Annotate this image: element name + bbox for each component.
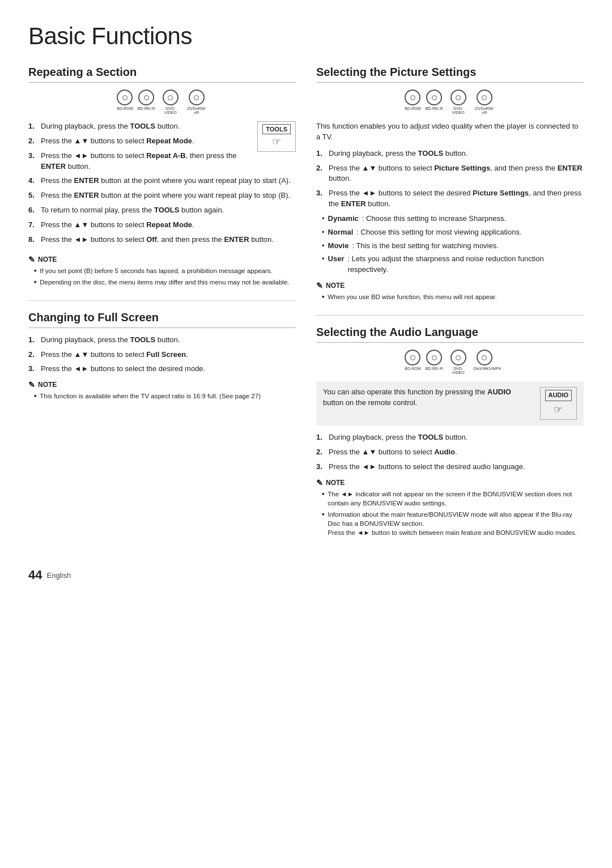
note-icon-1: ✎ <box>28 255 35 264</box>
audio-note-list: The ◄► indicator will not appear on the … <box>316 490 584 537</box>
audio-note: ✎ NOTE The ◄► indicator will not appear … <box>316 478 584 537</box>
picture-note: ✎ NOTE When you use BD wise function, th… <box>316 281 584 301</box>
note-item: This function is available when the TV a… <box>34 392 296 401</box>
disc-dvd-video-2: DVD-VIDEO <box>448 90 469 114</box>
audio-info-box: You can also operate this function by pr… <box>316 381 584 426</box>
picture-settings-section: Selecting the Picture Settings BD-ROM BD… <box>316 66 584 301</box>
fs-step-2: 2.Press the ▲▼ buttons to select Full Sc… <box>28 350 296 360</box>
disc-bd-rom-2: BD-ROM <box>405 90 420 114</box>
fullscreen-note-list: This function is available when the TV a… <box>28 392 296 401</box>
main-content: Repeating a Section BD-ROM BD-RE/-R DVD-… <box>28 66 584 551</box>
fullscreen-section: Changing to Full Screen 1.During playbac… <box>28 311 296 401</box>
repeating-section: Repeating a Section BD-ROM BD-RE/-R DVD-… <box>28 66 296 287</box>
fullscreen-title: Changing to Full Screen <box>28 311 296 328</box>
step-2: 2.Press the ▲▼ buttons to select Repeat … <box>28 136 252 147</box>
disc-icons-picture: BD-ROM BD-RE/-R DVD-VIDEO DVD±RW/±R <box>316 90 584 114</box>
fullscreen-steps: 1.During playback, press the TOOLS butto… <box>28 335 296 375</box>
disc-dvd-video-3: DVD-VIDEO <box>448 350 469 375</box>
repeat-note: ✎ NOTE If you set point (B) before 5 sec… <box>28 255 296 287</box>
step-4: 4.Press the ENTER button at the point wh… <box>28 176 296 186</box>
tools-button-image: TOOLS ☞ <box>257 121 296 152</box>
repeating-title: Repeating a Section <box>28 66 296 83</box>
note-item: When you use BD wise function, this menu… <box>322 292 584 301</box>
note-label-2: NOTE <box>38 381 57 389</box>
note-item: Depending on the disc, the menu items ma… <box>34 278 296 287</box>
repeat-steps: 1.During playback, press the TOOLS butto… <box>28 121 296 245</box>
page-number: 44 <box>28 568 42 582</box>
left-column: Repeating a Section BD-ROM BD-RE/-R DVD-… <box>28 66 296 551</box>
ps-step-1: 1.During playback, press the TOOLS butto… <box>316 148 584 159</box>
audio-language-section: Selecting the Audio Language BD-ROM BD-R… <box>316 326 584 537</box>
picture-settings-title: Selecting the Picture Settings <box>316 66 584 83</box>
fs-step-3: 3.Press the ◄► buttons to select the des… <box>28 364 296 375</box>
note-icon-3: ✎ <box>316 281 323 290</box>
bullet-dynamic: Dynamic : Choose this setting to increas… <box>322 214 584 224</box>
audio-language-title: Selecting the Audio Language <box>316 326 584 343</box>
fullscreen-note: ✎ NOTE This function is available when t… <box>28 380 296 401</box>
step-1: 1.During playback, press the TOOLS butto… <box>28 121 252 132</box>
right-column: Selecting the Picture Settings BD-ROM BD… <box>316 66 584 551</box>
al-step-3: 3.Press the ◄► buttons to select the des… <box>316 462 584 473</box>
disc-icons-repeat: BD-ROM BD-RE/-R DVD-VIDEO DVD±RW/±R <box>28 90 296 114</box>
audio-box-text: You can also operate this function by pr… <box>323 387 533 409</box>
note-label-3: NOTE <box>326 282 345 290</box>
disc-bd-rom-3: BD-ROM <box>405 350 420 375</box>
audio-button-image: AUDIO ☞ <box>540 387 577 420</box>
note-icon-2: ✎ <box>28 380 35 389</box>
step-3: 3.Press the ◄► buttons to select Repeat … <box>28 151 252 172</box>
disc-dvd-rw-2: DVD±RW/±R <box>474 90 495 114</box>
al-step-2: 2.Press the ▲▼ buttons to select Audio. <box>316 447 584 458</box>
fs-step-1: 1.During playback, press the TOOLS butto… <box>28 335 296 346</box>
picture-note-list: When you use BD wise function, this menu… <box>316 292 584 301</box>
step-5: 5.Press the ENTER button at the point wh… <box>28 190 296 201</box>
bullet-normal: Normal : Choose this setting for most vi… <box>322 227 584 238</box>
disc-icons-audio: BD-ROM BD-RE/-R DVD-VIDEO DivX/MKV/MP4 <box>316 350 584 375</box>
divider-2 <box>316 315 584 316</box>
disc-bd-re-r-2: BD-RE/-R <box>426 90 443 114</box>
step-7: 7.Press the ▲▼ buttons to select Repeat … <box>28 220 296 231</box>
disc-bd-rom-1: BD-ROM <box>117 90 133 114</box>
disc-bd-re-r-3: BD-RE/-R <box>426 350 443 375</box>
ps-step-3: 3.Press the ◄► buttons to select the des… <box>316 188 584 210</box>
page-footer: 44 English <box>28 568 584 582</box>
note-item: The ◄► indicator will not appear on the … <box>322 490 584 508</box>
disc-divx-3: DivX/MKV/MP4 <box>474 350 495 375</box>
audio-steps: 1.During playback, press the TOOLS butto… <box>316 432 584 473</box>
bullet-movie: Movie : This is the best setting for wat… <box>322 241 584 252</box>
page-title: Basic Functions <box>28 23 584 50</box>
disc-dvd-rw-1: DVD±RW/±R <box>186 90 207 114</box>
divider-1 <box>28 300 296 301</box>
note-item: Information about the main feature/BONUS… <box>322 510 584 537</box>
page-language: English <box>46 571 71 580</box>
picture-steps: 1.During playback, press the TOOLS butto… <box>316 148 584 210</box>
repeat-note-list: If you set point (B) before 5 seconds ha… <box>28 266 296 287</box>
disc-bd-re-r-1: BD-RE/-R <box>138 90 155 114</box>
picture-bullets: Dynamic : Choose this setting to increas… <box>316 214 584 275</box>
note-icon-4: ✎ <box>316 478 323 487</box>
ps-step-2: 2.Press the ▲▼ buttons to select Picture… <box>316 163 584 185</box>
step-6: 6.To return to normal play, press the TO… <box>28 205 296 216</box>
audio-hand-icon: ☞ <box>545 402 572 417</box>
note-label-1: NOTE <box>38 256 57 263</box>
note-label-4: NOTE <box>326 479 345 487</box>
hand-icon: ☞ <box>262 135 291 148</box>
note-item: If you set point (B) before 5 seconds ha… <box>34 266 296 275</box>
al-step-1: 1.During playback, press the TOOLS butto… <box>316 432 584 443</box>
disc-dvd-video-1: DVD-VIDEO <box>160 90 181 114</box>
bullet-user: User : Lets you adjust the sharpness and… <box>322 254 584 275</box>
picture-intro: This function enables you to adjust vide… <box>316 121 584 143</box>
step-8: 8.Press the ◄► buttons to select Off, an… <box>28 235 296 245</box>
